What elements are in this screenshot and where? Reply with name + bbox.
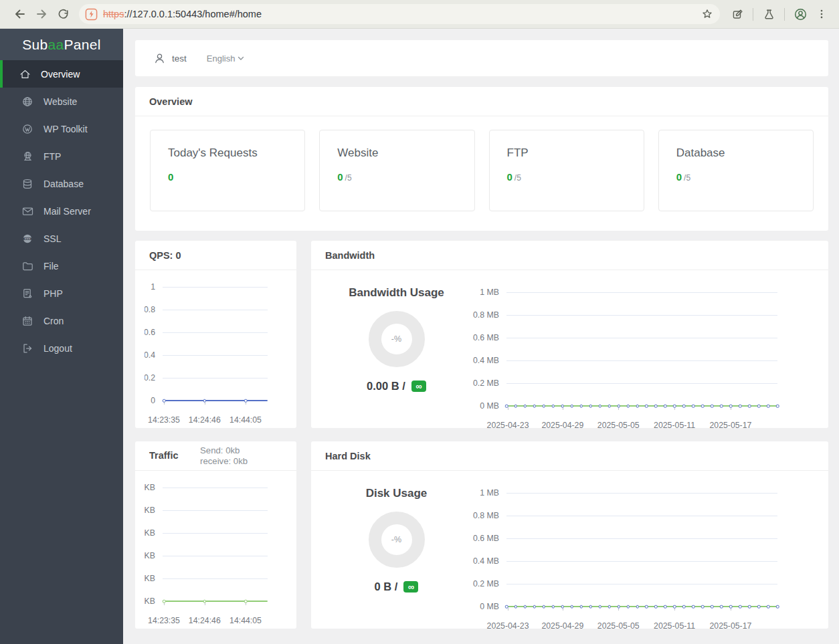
bandwidth-usage-summary: Bandwidth Usage -% 0.00 B / ∞ <box>324 276 468 432</box>
sidebar-item-logout[interactable]: Logout <box>0 334 123 362</box>
kebab-menu-icon <box>816 8 828 20</box>
sidebar-item-ftp[interactable]: FTP <box>0 142 123 170</box>
sidebar-item-cron[interactable]: Cron <box>0 307 123 334</box>
bookmark-button[interactable] <box>698 5 716 23</box>
sidebar-item-wp-toolkit[interactable]: WP Toolkit <box>0 115 123 142</box>
logo-suffix: Panel <box>64 37 101 53</box>
gridline <box>506 516 777 516</box>
gridline <box>163 510 268 511</box>
data-point-marker <box>729 405 733 408</box>
back-button[interactable] <box>9 3 31 25</box>
gridline <box>163 310 268 310</box>
profile-button[interactable] <box>789 3 811 25</box>
gridline <box>163 332 268 333</box>
browser-menu-button[interactable] <box>811 3 832 25</box>
data-point-marker <box>645 405 648 408</box>
profile-icon <box>794 7 808 21</box>
data-point-marker <box>673 605 676 609</box>
data-point-marker <box>608 405 611 408</box>
y-axis-label: 0 MB <box>468 602 499 611</box>
sidebar-item-ssl[interactable]: www SSL <box>0 225 123 252</box>
data-point-marker <box>163 600 166 603</box>
qps-row: 0.8 <box>145 298 296 321</box>
y-axis-label: 0.6 <box>145 328 155 337</box>
x-axis-label: 14:44:05 <box>229 616 262 625</box>
y-axis-label: 0 <box>145 396 155 405</box>
qps-panel-title: QPS: 0 <box>135 241 296 270</box>
bandwidth-row: 1 MB <box>468 281 828 304</box>
gridline <box>506 360 777 361</box>
data-point-marker <box>729 605 733 609</box>
data-point-marker <box>515 605 518 609</box>
sidebar-item-mail-server[interactable]: Mail Server <box>0 197 123 225</box>
qps-row: 0 <box>145 389 296 412</box>
x-axis-labels: 14:23:3514:24:4614:44:05 <box>163 613 268 627</box>
extensions-button[interactable] <box>727 3 748 25</box>
data-point-marker <box>682 405 686 408</box>
data-point-marker <box>626 405 630 408</box>
flask-icon <box>763 8 775 21</box>
stat-suffix: /5 <box>684 173 690 183</box>
data-point-marker <box>598 605 601 609</box>
x-axis-label: 14:44:05 <box>229 415 262 425</box>
data-point-marker <box>244 399 248 403</box>
data-point-marker <box>203 399 207 403</box>
data-point-marker <box>515 405 518 408</box>
qps-row: 0.4 <box>145 344 296 366</box>
data-point-marker <box>163 399 166 403</box>
x-axis-tick <box>508 608 508 611</box>
sidebar-item-label: File <box>43 261 59 272</box>
gridline <box>163 355 268 356</box>
x-axis-label: 2025-05-17 <box>709 421 751 430</box>
stat-value: 0 <box>507 171 512 183</box>
x-axis-tick <box>205 402 205 405</box>
gridline <box>506 584 777 584</box>
x-axis-tick <box>508 407 508 410</box>
sidebar-item-php[interactable]: PHP <box>0 280 123 307</box>
data-point-marker <box>505 405 508 408</box>
traffic-row: KB <box>145 567 296 590</box>
data-point-marker <box>579 405 583 408</box>
x-axis-label: 14:24:46 <box>189 415 221 425</box>
data-point-marker <box>589 405 592 408</box>
qps-row: 0.6 <box>145 321 296 344</box>
traffic-chart: KBKBKBKBKBKB14:23:3514:24:4614:44:05 <box>135 471 296 627</box>
gridline <box>506 383 777 384</box>
data-point-marker <box>579 605 583 609</box>
bandwidth-row: 0.4 MB <box>468 349 828 372</box>
sidebar-item-file[interactable]: File <box>0 252 123 280</box>
y-axis-label: 1 <box>145 282 155 292</box>
sidebar-item-label: FTP <box>43 151 61 162</box>
data-point-marker <box>533 605 537 609</box>
globe-icon <box>21 96 33 107</box>
labs-button[interactable] <box>758 3 779 25</box>
x-axis-tick <box>246 402 246 405</box>
data-point-marker <box>776 405 779 408</box>
sidebar-item-website[interactable]: Website <box>0 88 123 115</box>
url-text: https://127.0.0.1:50443/home#/home <box>103 9 698 19</box>
refresh-button[interactable] <box>52 3 74 25</box>
toolbar-divider <box>784 8 785 21</box>
bandwidth-chart: 1 MB0.8 MB0.6 MB0.4 MB0.2 MB0 MB2025-04-… <box>468 276 828 432</box>
sidebar-item-overview[interactable]: Overview <box>0 60 123 88</box>
x-axis-labels: 2025-04-232025-04-292025-05-052025-05-11… <box>506 618 777 633</box>
x-axis-label: 2025-05-17 <box>709 621 751 631</box>
ssl-globe-icon: www <box>21 233 33 244</box>
x-axis-label: 2025-05-11 <box>654 621 695 631</box>
folder-icon <box>21 261 33 271</box>
data-point-marker <box>543 605 546 609</box>
sidebar-item-database[interactable]: Database <box>0 170 123 197</box>
data-point-marker <box>533 405 537 408</box>
forward-button[interactable] <box>31 3 52 25</box>
extensions-icon <box>731 8 744 21</box>
wordpress-icon <box>21 124 33 134</box>
disk-row: 0.4 MB <box>468 550 828 572</box>
data-point-marker <box>701 605 705 609</box>
data-point-marker <box>244 600 248 603</box>
x-axis-tick <box>731 608 731 611</box>
data-point-marker <box>757 405 761 408</box>
y-axis-label: 0.4 MB <box>468 356 499 365</box>
url-bar[interactable]: https://127.0.0.1:50443/home#/home <box>79 4 720 24</box>
language-selector[interactable]: English <box>207 53 245 64</box>
data-point-marker <box>711 405 714 408</box>
